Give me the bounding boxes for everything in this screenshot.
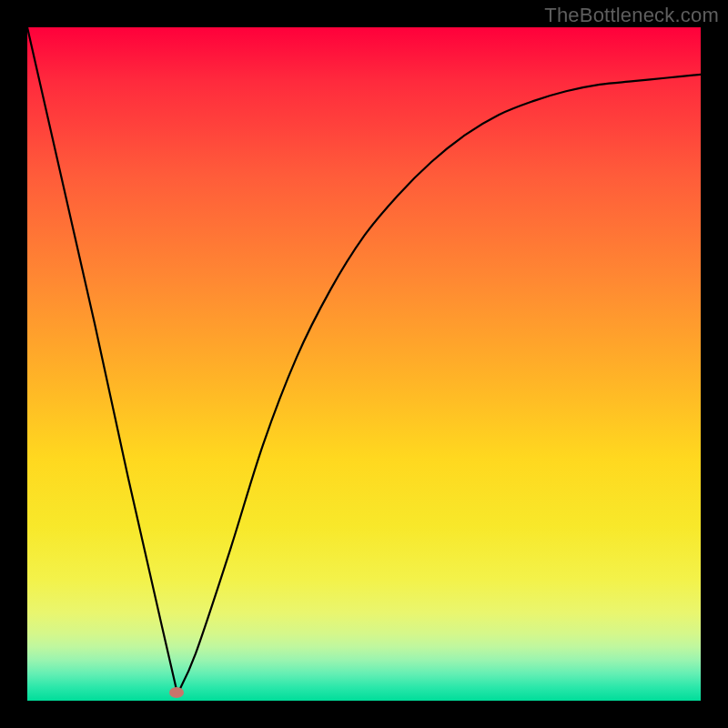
chart-frame: TheBottleneck.com [0,0,728,728]
curve-svg [27,27,701,701]
plot-area [27,27,701,701]
min-marker [169,687,184,698]
curve-path [27,27,701,694]
attribution-text: TheBottleneck.com [544,4,719,27]
